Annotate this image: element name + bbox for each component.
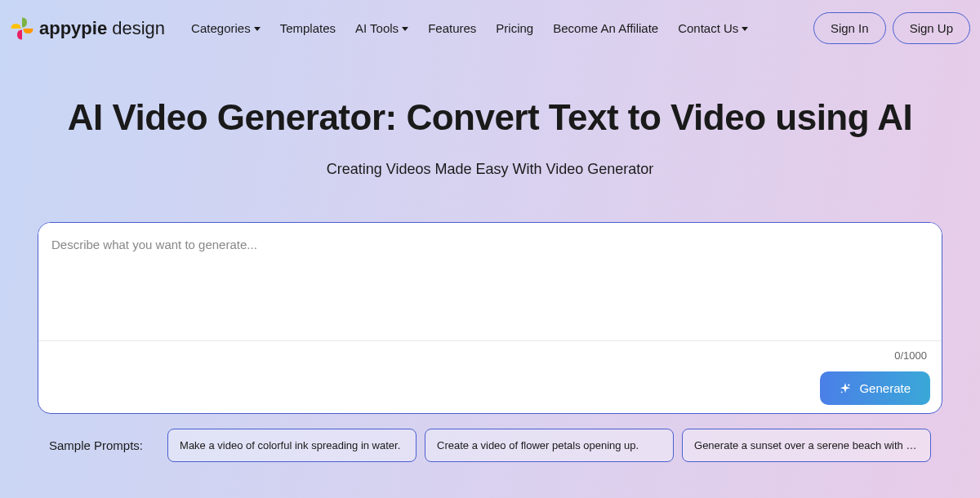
- auth-buttons: Sign In Sign Up: [813, 12, 970, 44]
- nav-categories-label: Categories: [191, 21, 251, 35]
- sign-up-button[interactable]: Sign Up: [893, 12, 970, 44]
- prompt-footer: 0/1000 Generate: [38, 340, 942, 413]
- sample-prompts-row: Sample Prompts: Make a video of colorful…: [0, 414, 980, 462]
- main-nav: Categories Templates AI Tools Features P…: [191, 21, 807, 35]
- nav-ai-tools[interactable]: AI Tools: [355, 21, 408, 35]
- chevron-down-icon: [254, 27, 261, 31]
- page-subtitle: Creating Videos Made Easy With Video Gen…: [33, 161, 947, 178]
- prompt-toolbar: Generate: [38, 367, 930, 413]
- svg-point-0: [849, 384, 850, 385]
- sample-chips: Make a video of colorful ink spreading i…: [167, 429, 931, 462]
- nav-ai-tools-label: AI Tools: [355, 21, 399, 35]
- nav-categories[interactable]: Categories: [191, 21, 261, 35]
- nav-templates[interactable]: Templates: [280, 21, 336, 35]
- generate-button[interactable]: Generate: [820, 371, 930, 405]
- sample-prompt-chip[interactable]: Create a video of flower petals opening …: [425, 429, 674, 462]
- brand-logo[interactable]: appypie design: [10, 16, 165, 41]
- appypie-logo-icon: [10, 16, 34, 41]
- header-bar: appypie design Categories Templates AI T…: [0, 0, 980, 56]
- nav-pricing[interactable]: Pricing: [496, 21, 533, 35]
- page-title: AI Video Generator: Convert Text to Vide…: [33, 97, 947, 138]
- brand-text: appypie design: [39, 18, 165, 39]
- nav-contact-label: Contact Us: [678, 21, 738, 35]
- sample-prompt-chip[interactable]: Generate a sunset over a serene beach wi…: [682, 429, 931, 462]
- chevron-down-icon: [402, 27, 408, 31]
- hero-section: AI Video Generator: Convert Text to Vide…: [0, 56, 980, 202]
- nav-features[interactable]: Features: [428, 21, 476, 35]
- samples-label: Sample Prompts:: [49, 438, 143, 452]
- char-count: 0/1000: [891, 341, 930, 367]
- svg-point-1: [841, 391, 843, 393]
- nav-affiliate[interactable]: Become An Affiliate: [553, 21, 658, 35]
- prompt-input[interactable]: [38, 223, 942, 337]
- sparkle-icon: [840, 383, 851, 394]
- generate-label: Generate: [859, 381, 911, 395]
- sign-in-button[interactable]: Sign In: [813, 12, 886, 44]
- nav-contact[interactable]: Contact Us: [678, 21, 748, 35]
- sample-prompt-chip[interactable]: Make a video of colorful ink spreading i…: [167, 429, 416, 462]
- chevron-down-icon: [742, 27, 748, 31]
- prompt-box: 0/1000 Generate: [38, 222, 942, 414]
